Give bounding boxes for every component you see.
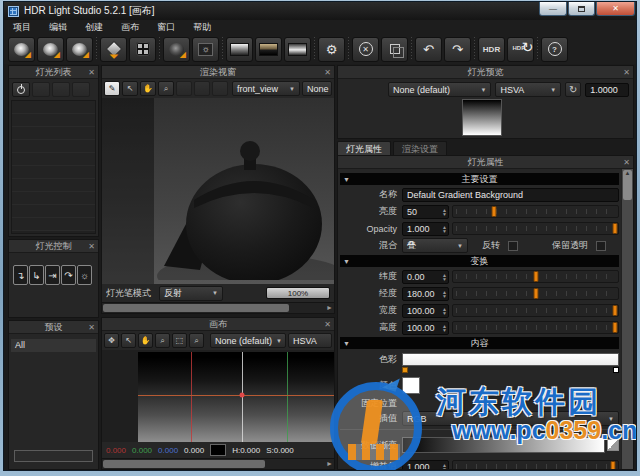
extra-tool-button[interactable] xyxy=(212,81,228,96)
menu-project[interactable]: 项目 xyxy=(4,21,40,34)
render-hscroll-thumb[interactable] xyxy=(103,304,289,312)
gain-field[interactable]: 1.000▲▼ xyxy=(402,460,449,470)
name-input[interactable]: Default Gradient Background xyxy=(402,188,619,202)
spinner-arrows-icon[interactable]: ▲▼ xyxy=(442,273,447,281)
duplicate-light-button[interactable] xyxy=(381,37,408,62)
spinner-arrows-icon[interactable]: ▲▼ xyxy=(442,307,447,315)
spinner-arrows-icon[interactable]: ▲▼ xyxy=(442,463,447,470)
light-list-row[interactable] xyxy=(12,218,95,231)
zoom-region-tool-button[interactable]: ⌕ xyxy=(189,333,204,348)
menu-edit[interactable]: 编辑 xyxy=(40,21,76,34)
move-tool-button[interactable]: ✥ xyxy=(104,333,119,348)
menu-window[interactable]: 窗口 xyxy=(148,21,184,34)
longitude-field[interactable]: 180.00▲▼ xyxy=(402,287,449,301)
slider-handle[interactable] xyxy=(533,288,538,299)
latitude-slider[interactable] xyxy=(452,270,619,283)
preview-colorspace-select[interactable]: HSVA▼ xyxy=(495,82,561,97)
interpolation-select[interactable]: RGB▼ xyxy=(402,411,619,426)
control-rig-2-button[interactable]: ↳ xyxy=(29,265,44,285)
preset-item-all[interactable]: All xyxy=(11,339,96,352)
add-spot-light-button[interactable]: ◢ xyxy=(37,37,64,62)
tab-render-settings[interactable]: 渲染设置 xyxy=(393,141,447,155)
section-main-settings[interactable]: ▼主要设置 xyxy=(340,173,619,185)
extra-tool-button[interactable] xyxy=(176,81,192,96)
brightness-slider[interactable] xyxy=(452,205,619,218)
hdr-production-render-button[interactable]: HDR xyxy=(478,37,505,62)
add-panel-light-button[interactable]: ◢ xyxy=(100,37,127,62)
slider-handle[interactable] xyxy=(612,322,617,333)
control-rig-3-button[interactable]: ⇥ xyxy=(45,265,60,285)
spinner-arrows-icon[interactable]: ▲▼ xyxy=(442,225,447,233)
canvas-select-tool-button[interactable]: ↖ xyxy=(121,333,136,348)
canvas-area[interactable] xyxy=(102,350,334,442)
spinner-arrows-icon[interactable]: ▲▼ xyxy=(442,290,447,298)
add-round-light-button[interactable]: ◢ xyxy=(66,37,93,62)
add-hdri-map-button[interactable] xyxy=(255,37,282,62)
light-list-row[interactable] xyxy=(12,140,95,153)
gain-slider[interactable] xyxy=(452,460,619,469)
light-properties-close-icon[interactable]: ✕ xyxy=(623,156,630,169)
canvas-image[interactable] xyxy=(138,352,334,442)
light-control-close-icon[interactable]: ✕ xyxy=(88,240,95,253)
pan-tool-button[interactable]: ✋ xyxy=(140,81,156,96)
brightness-field[interactable]: 50▲▼ xyxy=(402,205,449,219)
preserve-alpha-checkbox[interactable] xyxy=(596,241,606,251)
hdr-update-button[interactable]: HDR↻ xyxy=(507,37,534,62)
canvas-zoom-tool-button[interactable]: ⌕ xyxy=(155,333,170,348)
add-dark-light-button[interactable]: ◢ xyxy=(163,37,190,62)
spinner-arrows-icon[interactable]: ▲▼ xyxy=(442,324,447,332)
marquee-tool-button[interactable]: ⬚ xyxy=(172,333,187,348)
section-content[interactable]: ▼内容 xyxy=(340,337,619,349)
minimize-button[interactable]: — xyxy=(539,2,567,16)
preview-preset-select[interactable]: None (default)▼ xyxy=(388,82,491,97)
height-field[interactable]: 100.00▲▼ xyxy=(402,321,449,335)
extra-tool-button[interactable] xyxy=(194,81,210,96)
pen-mode-select[interactable]: 反射▼ xyxy=(159,286,223,301)
slider-handle[interactable] xyxy=(533,271,538,282)
light-select-button[interactable] xyxy=(52,82,70,97)
canvas-close-icon[interactable]: ✕ xyxy=(324,318,331,331)
menu-canvas[interactable]: 画布 xyxy=(112,21,148,34)
light-list-close-icon[interactable]: ✕ xyxy=(88,66,95,79)
opacity-field[interactable]: 1.000▲▼ xyxy=(402,222,449,236)
height-slider[interactable] xyxy=(452,321,619,334)
camera-select[interactable]: front_view▼ xyxy=(232,81,300,96)
ramp-stop-right[interactable] xyxy=(613,367,619,373)
preview-refresh-button[interactable]: ↻ xyxy=(565,82,581,97)
light-power-button[interactable] xyxy=(12,82,30,97)
light-list-row[interactable] xyxy=(12,192,95,205)
slider-handle[interactable] xyxy=(611,461,616,469)
menu-create[interactable]: 创建 xyxy=(76,21,112,34)
spinner-arrows-icon[interactable]: ▲▼ xyxy=(442,208,447,216)
light-list-row[interactable] xyxy=(12,179,95,192)
zoom-tool-button[interactable]: ⌕ xyxy=(158,81,174,96)
presets-close-icon[interactable]: ✕ xyxy=(88,321,95,334)
light-list-row[interactable] xyxy=(12,166,95,179)
redo-button[interactable]: ↷ xyxy=(444,37,471,62)
value-ramp[interactable] xyxy=(402,437,605,453)
slider-handle[interactable] xyxy=(492,206,497,217)
render-viewport[interactable] xyxy=(102,98,334,284)
preview-exposure-field[interactable]: 1.0000 xyxy=(585,83,629,97)
section-transform[interactable]: ▼变换 xyxy=(340,255,619,267)
add-gradient-background-button[interactable] xyxy=(226,37,253,62)
title-bar[interactable]: HDR Light Studio 5.2.1 [画布] — ✕ xyxy=(4,2,636,20)
light-list-row[interactable] xyxy=(12,101,95,114)
light-preview-close-icon[interactable]: ✕ xyxy=(623,66,630,79)
color-ramp[interactable] xyxy=(402,353,619,366)
control-rig-4-button[interactable]: ↷ xyxy=(61,265,76,285)
render-view-close-icon[interactable]: ✕ xyxy=(324,66,331,79)
light-paint-button[interactable]: ✎ xyxy=(104,81,120,96)
properties-vscrollbar[interactable]: ▲ xyxy=(621,169,633,469)
light-list-row[interactable] xyxy=(12,205,95,218)
close-button[interactable]: ✕ xyxy=(596,2,635,16)
ramp-stop-left[interactable] xyxy=(402,367,408,373)
light-list-row[interactable] xyxy=(12,114,95,127)
menu-help[interactable]: 帮助 xyxy=(184,21,220,34)
slider-handle[interactable] xyxy=(612,223,617,234)
canvas-hscrollbar[interactable]: ► xyxy=(102,458,334,469)
width-field[interactable]: 100.00▲▼ xyxy=(402,304,449,318)
add-sun-light-button[interactable]: ☼ xyxy=(192,37,219,62)
width-slider[interactable] xyxy=(452,304,619,317)
control-rig-5-button[interactable]: ☼ xyxy=(77,265,92,285)
